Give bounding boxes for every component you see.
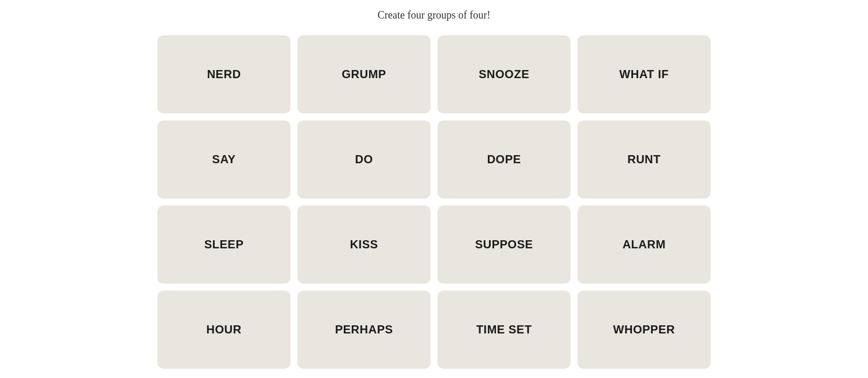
tile-do[interactable]: DO bbox=[297, 120, 431, 199]
tile-label-say: SAY bbox=[212, 153, 236, 166]
tile-say[interactable]: SAY bbox=[157, 120, 290, 199]
tile-label-perhaps: PERHAPS bbox=[335, 323, 393, 336]
tile-snooze[interactable]: SNOOZE bbox=[437, 35, 571, 113]
tile-nerd[interactable]: NERD bbox=[157, 35, 290, 113]
tile-label-snooze: SNOOZE bbox=[479, 68, 529, 81]
tile-grump[interactable]: GRUMP bbox=[297, 35, 431, 113]
tile-label-nerd: NERD bbox=[207, 68, 241, 81]
tile-hour[interactable]: HOUR bbox=[157, 291, 290, 369]
tile-suppose[interactable]: SUPPOSE bbox=[437, 205, 571, 284]
tile-label-dope: DOPE bbox=[487, 153, 521, 166]
tile-what-if[interactable]: WHAT IF bbox=[578, 35, 711, 113]
tile-kiss[interactable]: KISS bbox=[297, 205, 431, 284]
tile-label-kiss: KISS bbox=[350, 238, 378, 251]
tile-label-runt: RUNT bbox=[627, 153, 661, 166]
tile-sleep[interactable]: SLEEP bbox=[157, 205, 290, 284]
tile-label-sleep: SLEEP bbox=[204, 238, 244, 251]
page-subtitle: Create four groups of four! bbox=[378, 9, 491, 21]
tile-label-do: DO bbox=[355, 153, 373, 166]
tile-alarm[interactable]: ALARM bbox=[578, 205, 711, 284]
tile-runt[interactable]: RUNT bbox=[578, 120, 711, 199]
tile-label-grump: GRUMP bbox=[342, 68, 387, 81]
tile-label-suppose: SUPPOSE bbox=[475, 238, 533, 251]
tile-label-hour: HOUR bbox=[207, 323, 242, 336]
tile-label-whopper: WHOPPER bbox=[613, 323, 675, 336]
tile-label-time-set: TIME SET bbox=[476, 323, 532, 336]
word-grid: NERDGRUMPSNOOZEWHAT IFSAYDODOPERUNTSLEEP… bbox=[157, 35, 711, 369]
tile-label-what-if: WHAT IF bbox=[619, 68, 668, 81]
tile-perhaps[interactable]: PERHAPS bbox=[297, 291, 431, 369]
tile-time-set[interactable]: TIME SET bbox=[437, 291, 571, 369]
tile-label-alarm: ALARM bbox=[623, 238, 666, 251]
tile-whopper[interactable]: WHOPPER bbox=[578, 291, 711, 369]
tile-dope[interactable]: DOPE bbox=[437, 120, 571, 199]
